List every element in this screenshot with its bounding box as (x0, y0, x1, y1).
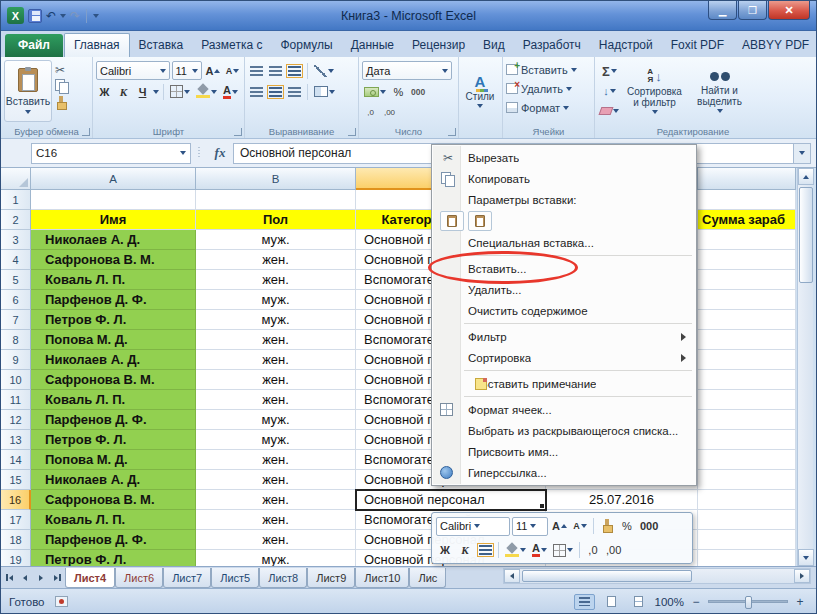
paste-values-button[interactable] (468, 211, 492, 231)
menu-item-Фильтр[interactable]: Фильтр (433, 326, 695, 347)
zoom-slider[interactable] (708, 600, 788, 603)
view-page-layout-button[interactable] (601, 594, 622, 610)
mini-shrink-font-button[interactable]: А (571, 517, 589, 536)
col-header-A[interactable]: A (31, 168, 196, 190)
cell-A9[interactable]: Николаев А. Д. (31, 350, 196, 370)
cell-A14[interactable]: Попова М. Д. (31, 450, 196, 470)
sort-filter-button[interactable]: АЯ↓ Сортировка и фильтр (623, 60, 686, 122)
scroll-up-button[interactable] (798, 168, 814, 185)
row-header-16[interactable]: 16 (1, 490, 31, 510)
decrease-decimal-button[interactable]: ,00 (381, 104, 398, 122)
cell-E6[interactable] (698, 290, 796, 310)
cell-B19[interactable]: муж. (196, 550, 356, 566)
cell-A8[interactable]: Попова М. Д. (31, 330, 196, 350)
paste-button[interactable]: Вставить (4, 60, 52, 122)
excel-app-icon[interactable]: X (7, 7, 24, 24)
align-middle-button[interactable] (267, 62, 284, 80)
macro-record-icon[interactable] (55, 596, 68, 607)
row-header-9[interactable]: 9 (1, 350, 31, 370)
ribbon-tab-ABBYY PDF[interactable]: ABBYY PDF (733, 34, 817, 57)
menu-item-Очистить-содержимое[interactable]: Очистить содержимое (433, 300, 695, 321)
comma-style-button[interactable]: 000 (409, 83, 427, 101)
menu-item-Выбрать-из-раскрывающегося-списка-[interactable]: Выбрать из раскрывающегося списка... (433, 420, 695, 441)
cell-A15[interactable]: Николаев А. Д. (31, 470, 196, 490)
cell-A1[interactable] (31, 190, 196, 210)
cell-E3[interactable] (698, 230, 796, 250)
cell-E18[interactable] (698, 530, 796, 550)
save-icon[interactable] (28, 9, 42, 23)
col-header-B[interactable]: B (196, 168, 356, 190)
row-header-5[interactable]: 5 (1, 270, 31, 290)
sheet-tab-Лист5[interactable]: Лист5 (211, 568, 259, 588)
cell-B4[interactable]: жен. (196, 250, 356, 270)
row-header-11[interactable]: 11 (1, 390, 31, 410)
scroll-right-button[interactable] (794, 569, 810, 583)
last-sheet-button[interactable] (49, 567, 65, 588)
font-size-combo[interactable]: 11 (172, 61, 202, 80)
orientation-button[interactable] (312, 62, 336, 80)
mini-fill-color-button[interactable] (503, 541, 528, 560)
vertical-scrollbar[interactable] (797, 168, 813, 566)
font-dialog-launcher[interactable] (234, 128, 242, 136)
ribbon-tab-Вид[interactable]: Вид (474, 34, 514, 57)
menu-item-Копировать[interactable]: Копировать (433, 168, 695, 189)
ribbon-tab-Разметка с[interactable]: Разметка с (192, 34, 271, 57)
scroll-down-button[interactable] (798, 549, 814, 566)
row-header-7[interactable]: 7 (1, 310, 31, 330)
grow-font-button[interactable]: А (204, 62, 222, 80)
minimize-button[interactable]: ▁ (708, 1, 737, 20)
cell-B7[interactable]: муж. (196, 310, 356, 330)
sheet-tab-Лист10[interactable]: Лист10 (355, 568, 409, 588)
col-header-E[interactable] (698, 168, 796, 190)
align-right-button[interactable] (286, 83, 303, 101)
view-normal-button[interactable] (574, 594, 595, 610)
mini-italic-button[interactable]: К (456, 541, 474, 560)
undo-icon[interactable]: ↶ (46, 9, 56, 23)
horizontal-scrollbar[interactable] (503, 568, 811, 584)
styles-button[interactable]: Стили (462, 60, 498, 122)
mini-bold-button[interactable]: Ж (436, 541, 454, 560)
cell-D16[interactable]: 25.07.2016 (546, 490, 698, 510)
menu-item-Вырезать[interactable]: Вырезать (433, 147, 695, 168)
fill-color-button[interactable] (194, 83, 219, 101)
cell-E4[interactable] (698, 250, 796, 270)
cell-E12[interactable] (698, 410, 796, 430)
menu-item-Формат-ячеек-[interactable]: Формат ячеек... (433, 399, 695, 420)
cell-E2[interactable]: Сумма зараб (698, 210, 796, 230)
mini-increase-decimal-button[interactable]: ,0 (584, 541, 602, 560)
row-header-4[interactable]: 4 (1, 250, 31, 270)
prev-sheet-button[interactable] (17, 567, 33, 588)
percent-style-button[interactable]: % (390, 83, 407, 101)
cell-A18[interactable]: Парфенов Д. Ф. (31, 530, 196, 550)
format-cells-button[interactable]: Формат (506, 98, 591, 117)
cell-A17[interactable]: Коваль Л. П. (31, 510, 196, 530)
cell-B11[interactable]: жен. (196, 390, 356, 410)
cell-E15[interactable] (698, 470, 796, 490)
cell-A10[interactable]: Сафронова В. М. (31, 370, 196, 390)
vertical-scrollbar-thumb[interactable] (799, 187, 813, 283)
accounting-format-button[interactable] (362, 83, 388, 101)
next-sheet-button[interactable] (33, 567, 49, 588)
cell-B15[interactable]: жен. (196, 470, 356, 490)
row-header-2[interactable]: 2 (1, 210, 31, 230)
font-color-button[interactable] (221, 83, 240, 101)
cell-A6[interactable]: Парфенов Д. Ф. (31, 290, 196, 310)
view-page-break-button[interactable] (628, 594, 649, 610)
cell-B2[interactable]: Пол (196, 210, 356, 230)
cell-A4[interactable]: Сафронова В. М. (31, 250, 196, 270)
redo-icon[interactable]: ↷ (70, 9, 80, 23)
clipboard-dialog-launcher[interactable] (82, 128, 90, 136)
cell-B18[interactable]: жен. (196, 530, 356, 550)
align-left-button[interactable] (248, 83, 265, 101)
menu-item-Удалить-[interactable]: Удалить... (433, 279, 695, 300)
cell-A11[interactable]: Коваль Л. П. (31, 390, 196, 410)
menu-item-Специальная-вставка-[interactable]: Специальная вставка... (433, 232, 695, 253)
cell-A5[interactable]: Коваль Л. П. (31, 270, 196, 290)
number-format-combo[interactable]: Дата (362, 61, 452, 80)
cell-E13[interactable] (698, 430, 796, 450)
zoom-level[interactable]: 100% (655, 596, 684, 608)
cell-B12[interactable]: муж. (196, 410, 356, 430)
cell-E5[interactable] (698, 270, 796, 290)
cell-B6[interactable]: муж. (196, 290, 356, 310)
row-header-8[interactable]: 8 (1, 330, 31, 350)
